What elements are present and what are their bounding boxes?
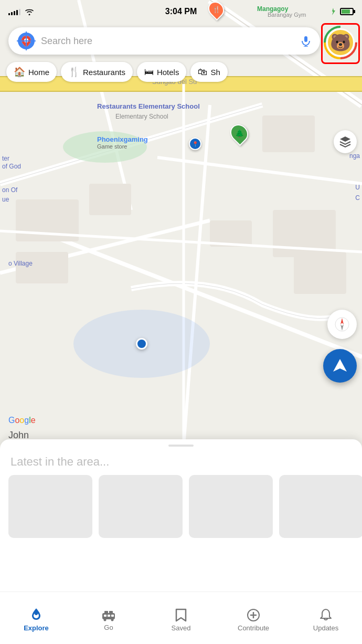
map-label-left2: of God (2, 163, 21, 170)
status-right (329, 8, 354, 15)
battery-icon (340, 8, 354, 15)
card-1[interactable] (8, 475, 92, 538)
home-icon: 🏠 (14, 66, 25, 78)
saved-label: Saved (172, 624, 191, 632)
status-time: 3:04 PM (165, 7, 197, 16)
layers-button[interactable] (334, 130, 357, 153)
nav-item-go[interactable]: Go (72, 592, 145, 644)
wifi-icon (25, 8, 34, 15)
svg-point-43 (104, 619, 107, 621)
restaurants-label: Restaurants Elementary School (97, 102, 200, 111)
card-2[interactable] (99, 475, 183, 538)
status-bar: 3:04 PM (0, 0, 362, 23)
nav-item-saved[interactable]: Saved (145, 592, 217, 644)
map-label-restaurants-school: Restaurants Elementary School (97, 102, 200, 111)
restaurants-icon: 🍴 (68, 66, 80, 78)
status-left (8, 8, 34, 15)
signal-bar-4 (16, 10, 18, 15)
avatar-red-outline (321, 23, 360, 64)
mic-icon[interactable] (300, 35, 312, 47)
user-location (73, 310, 210, 378)
signal-bars (8, 8, 20, 15)
svg-rect-41 (104, 611, 108, 614)
svg-point-44 (111, 619, 114, 621)
explore-icon (29, 608, 43, 622)
svg-rect-47 (111, 615, 114, 617)
charging-icon (329, 8, 337, 15)
map-label-left1: ter (2, 155, 9, 162)
svg-rect-45 (104, 615, 107, 617)
map-label-left4: ue (2, 196, 9, 203)
nav-item-updates[interactable]: Updates (290, 592, 362, 644)
chips-bar: 🏠 Home 🍴 Restaurants 🛏 Hotels 🛍 Sh (0, 62, 362, 82)
chip-restaurants-label: Restaurants (83, 68, 125, 77)
signal-bar-1 (8, 13, 10, 15)
chip-hotels[interactable]: 🛏 Hotels (137, 62, 187, 82)
svg-rect-46 (108, 615, 110, 617)
svg-rect-17 (89, 184, 131, 215)
chip-shopping-label: Sh (210, 68, 220, 77)
chip-restaurants[interactable]: 🍴 Restaurants (61, 62, 133, 82)
go-label: Go (104, 624, 113, 631)
svg-rect-22 (294, 252, 346, 294)
contribute-label: Contribute (238, 624, 269, 632)
chip-home[interactable]: 🏠 Home (6, 62, 57, 82)
map-label-village: o Village (8, 260, 33, 267)
go-icon (101, 609, 116, 621)
google-watermark: Google (8, 416, 36, 425)
map-label-right3: C (355, 194, 360, 202)
svg-rect-42 (109, 611, 113, 614)
search-placeholder[interactable]: Search here (41, 36, 300, 47)
shopping-icon: 🛍 (198, 67, 207, 78)
green-pin[interactable]: 🌲 (231, 124, 248, 143)
svg-rect-20 (16, 252, 68, 283)
map-label-phoenix[interactable]: Phoenixgaming Game store (97, 135, 148, 150)
nav-item-contribute[interactable]: Contribute (217, 592, 290, 644)
navigate-button[interactable] (323, 349, 357, 383)
chip-shopping[interactable]: 🛍 Sh (190, 62, 227, 82)
sheet-title: Latest in the area... (0, 447, 362, 475)
compass-button[interactable] (327, 310, 357, 339)
bottom-nav: Explore Go Saved Contribute (0, 592, 362, 644)
chip-home-label: Home (28, 68, 49, 77)
explore-label: Explore (24, 624, 49, 632)
cards-row (0, 475, 362, 538)
map-label-left3: on Of (2, 186, 17, 194)
store-pin[interactable]: 📍 (189, 138, 201, 150)
updates-label: Updates (313, 624, 338, 632)
nav-item-explore[interactable]: Explore (0, 592, 72, 644)
hotels-icon: 🛏 (144, 67, 154, 78)
contribute-icon (247, 608, 260, 622)
google-maps-logo (17, 31, 36, 50)
card-3[interactable] (189, 475, 273, 538)
updates-icon (320, 608, 332, 622)
saved-icon (175, 608, 187, 622)
search-bar[interactable]: Search here (8, 27, 320, 55)
signal-bar-2 (11, 12, 13, 15)
card-4[interactable] (279, 475, 362, 538)
chip-hotels-label: Hotels (157, 68, 179, 77)
svg-marker-28 (333, 359, 347, 372)
svg-rect-15 (0, 91, 362, 92)
map-label-elementary-school: Elementary School (115, 113, 168, 120)
signal-bar-5 (19, 9, 20, 15)
signal-bar-3 (14, 11, 15, 15)
svg-rect-18 (262, 115, 315, 152)
svg-point-39 (35, 612, 38, 615)
map-label-right2: U (355, 184, 360, 191)
svg-rect-31 (304, 36, 307, 42)
map-label-right1: nga (349, 152, 360, 160)
